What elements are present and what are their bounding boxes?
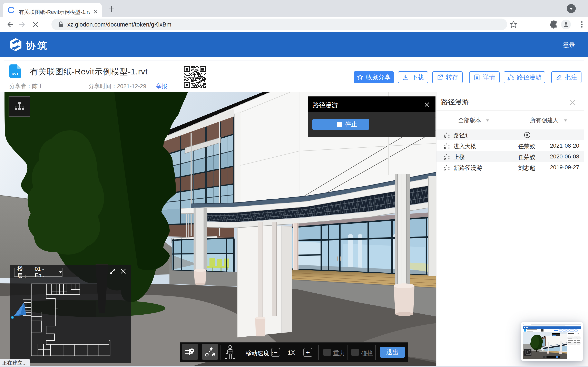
svg-text:RVT: RVT <box>12 72 18 76</box>
